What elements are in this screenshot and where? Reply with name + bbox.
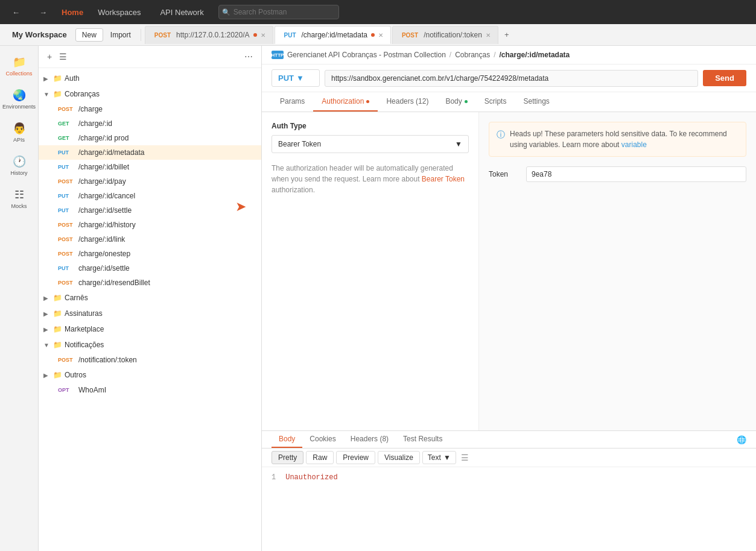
tab-method-0: POST bbox=[153, 31, 173, 39]
endpoint-post-charge[interactable]: POST /charge bbox=[39, 102, 261, 116]
endpoint-put-charge-settle[interactable]: PUT /charge/:id/settle bbox=[39, 203, 261, 218]
marketplace-folder-label: Marketplace bbox=[65, 325, 104, 333]
collections-panel: + ☰ ⋯ ▶ 📁 Auth ▼ 📁 Cobranças POST /charg bbox=[39, 46, 262, 551]
endpoint-get-charge-id-prod[interactable]: GET /charge/:id prod bbox=[39, 131, 261, 145]
endpoint-path-8: /charge/:id/history bbox=[78, 221, 136, 229]
notificacoes-folder-icon: 📁 bbox=[53, 341, 62, 349]
resp-value-1: Unauthorized bbox=[285, 472, 337, 483]
endpoint-get-charge-id[interactable]: GET /charge/:id bbox=[39, 116, 261, 131]
tab-authorization[interactable]: Authorization bbox=[313, 92, 378, 112]
request-tab-1[interactable]: PUT /charge/:id/metadata ✕ bbox=[275, 26, 391, 44]
endpoint-path-2: /charge/:id prod bbox=[78, 134, 129, 142]
tab-headers[interactable]: Headers (12) bbox=[378, 92, 437, 112]
method-tag-notif: POST bbox=[58, 357, 75, 363]
line-num-1: 1 bbox=[272, 472, 276, 483]
tab-close-0[interactable]: ✕ bbox=[261, 32, 265, 39]
filter-btn[interactable]: ☰ bbox=[58, 51, 68, 63]
sidebar-mocks[interactable]: ☷ Mocks bbox=[2, 183, 36, 214]
method-tag-11: PUT bbox=[58, 265, 75, 271]
add-collection-btn[interactable]: + bbox=[46, 51, 53, 63]
method-tag-0: POST bbox=[58, 106, 75, 112]
auth-desc-link[interactable]: Bearer Token bbox=[422, 175, 465, 183]
method-tag-8: POST bbox=[58, 222, 75, 228]
tabs-divider bbox=[141, 29, 141, 41]
api-network-btn[interactable]: API Network bbox=[155, 5, 208, 19]
outros-folder[interactable]: ▶ 📁 Outros bbox=[39, 367, 261, 383]
endpoint-path-3: /charge/:id/metadata bbox=[78, 148, 144, 157]
tab-settings[interactable]: Settings bbox=[515, 92, 557, 112]
url-bar: PUT ▼ Send bbox=[262, 65, 756, 92]
request-tab-2[interactable]: POST /notification/:token ✕ bbox=[392, 26, 498, 44]
endpoint-post-charge-history[interactable]: POST /charge/:id/history bbox=[39, 218, 261, 232]
method-tag-9: POST bbox=[58, 236, 75, 242]
search-input[interactable] bbox=[218, 5, 339, 19]
endpoint-post-charge-onestep[interactable]: POST /charge/onestep bbox=[39, 247, 261, 261]
response-line-1: 1 Unauthorized bbox=[272, 472, 746, 483]
auth-tab-dot bbox=[366, 100, 369, 103]
resp-pretty-btn[interactable]: Pretty bbox=[272, 451, 303, 464]
resp-preview-btn[interactable]: Preview bbox=[336, 451, 375, 464]
home-link[interactable]: Home bbox=[62, 8, 83, 17]
resp-visualize-btn[interactable]: Visualize bbox=[378, 451, 420, 464]
send-button[interactable]: Send bbox=[703, 70, 746, 86]
cobrancas-folder[interactable]: ▼ 📁 Cobranças bbox=[39, 86, 261, 102]
endpoint-path-9: /charge/:id/link bbox=[78, 235, 125, 244]
panel-header-actions: ⋯ bbox=[243, 51, 254, 63]
search-wrapper: 🔍 bbox=[218, 5, 339, 19]
resp-tab-cookies[interactable]: Cookies bbox=[302, 431, 343, 448]
endpoint-opt-whoami[interactable]: OPT WhoAmI bbox=[39, 383, 261, 397]
sidebar-history[interactable]: 🕐 History bbox=[2, 150, 36, 181]
method-tag-10: POST bbox=[58, 251, 75, 257]
method-tag-2: GET bbox=[58, 135, 75, 141]
resp-tab-test-results[interactable]: Test Results bbox=[396, 431, 449, 448]
method-select[interactable]: PUT ▼ bbox=[272, 69, 320, 87]
endpoint-post-charge-link[interactable]: POST /charge/:id/link bbox=[39, 232, 261, 247]
token-input[interactable] bbox=[526, 166, 746, 182]
new-button[interactable]: New bbox=[75, 28, 103, 42]
workspaces-btn[interactable]: Workspaces bbox=[93, 5, 145, 19]
breadcrumb-collection: Gerencianet API Cobranças - Postman Coll… bbox=[287, 51, 446, 59]
tab-close-1[interactable]: ✕ bbox=[378, 32, 383, 39]
forward-btn[interactable]: → bbox=[34, 5, 52, 19]
endpoint-post-notification-token[interactable]: POST /notification/:token bbox=[39, 353, 261, 367]
info-link[interactable]: variable bbox=[621, 140, 647, 149]
url-input[interactable] bbox=[325, 70, 698, 87]
resp-format-select[interactable]: Text ▼ bbox=[422, 451, 456, 464]
tab-method-1: PUT bbox=[282, 31, 298, 39]
notificacoes-folder[interactable]: ▼ 📁 Notificações bbox=[39, 337, 261, 353]
endpoint-put-charge-settle2[interactable]: PUT charge/:id/settle bbox=[39, 261, 261, 276]
endpoint-put-charge-metadata[interactable]: PUT /charge/:id/metadata bbox=[39, 145, 261, 160]
response-tabs: Body Cookies Headers (8) Test Results 🌐 bbox=[262, 431, 756, 449]
method-tag-12: POST bbox=[58, 280, 75, 286]
sidebar-apis[interactable]: 👨 APIs bbox=[2, 117, 36, 148]
tab-params[interactable]: Params bbox=[272, 92, 313, 112]
sidebar-environments[interactable]: 🌏 Environments bbox=[2, 84, 36, 115]
carnes-folder[interactable]: ▶ 📁 Carnês bbox=[39, 290, 261, 306]
tab-scripts[interactable]: Scripts bbox=[476, 92, 515, 112]
resp-clear-btn[interactable]: ☰ bbox=[459, 452, 471, 464]
endpoint-post-charge-resendbillet[interactable]: POST charge/:id/resendBillet bbox=[39, 276, 261, 290]
tab-body[interactable]: Body bbox=[437, 92, 475, 112]
import-button[interactable]: Import bbox=[104, 29, 137, 41]
marketplace-folder[interactable]: ▶ 📁 Marketplace bbox=[39, 321, 261, 337]
sidebar-collections[interactable]: 📁 Collections bbox=[2, 51, 36, 81]
endpoint-path-12: charge/:id/resendBillet bbox=[78, 279, 150, 287]
response-section: Body Cookies Headers (8) Test Results 🌐 … bbox=[262, 430, 756, 551]
endpoint-post-charge-pay[interactable]: POST /charge/:id/pay bbox=[39, 174, 261, 189]
response-content: 1 Unauthorized bbox=[262, 467, 756, 551]
auth-type-select[interactable]: Bearer Token ▼ bbox=[272, 135, 469, 153]
tab-close-2[interactable]: ✕ bbox=[486, 32, 491, 39]
request-tab-0[interactable]: POST http://127.0.0.1:2020/A ✕ bbox=[145, 26, 273, 44]
more-options-btn[interactable]: ⋯ bbox=[243, 51, 254, 63]
back-btn[interactable]: ← bbox=[7, 5, 25, 19]
resp-tab-body[interactable]: Body bbox=[272, 431, 302, 448]
resp-raw-btn[interactable]: Raw bbox=[306, 451, 334, 464]
auth-folder[interactable]: ▶ 📁 Auth bbox=[39, 71, 261, 86]
assinaturas-folder[interactable]: ▶ 📁 Assinaturas bbox=[39, 306, 261, 321]
add-tab-button[interactable]: + bbox=[500, 28, 514, 42]
top-navbar: ← → Home Workspaces API Network 🔍 bbox=[0, 0, 756, 24]
endpoint-put-charge-cancel[interactable]: PUT /charge/:id/cancel bbox=[39, 189, 261, 203]
breadcrumb-folder: Cobranças bbox=[455, 51, 490, 59]
endpoint-put-charge-billet[interactable]: PUT /charge/:id/billet bbox=[39, 160, 261, 174]
resp-tab-headers[interactable]: Headers (8) bbox=[343, 431, 396, 448]
